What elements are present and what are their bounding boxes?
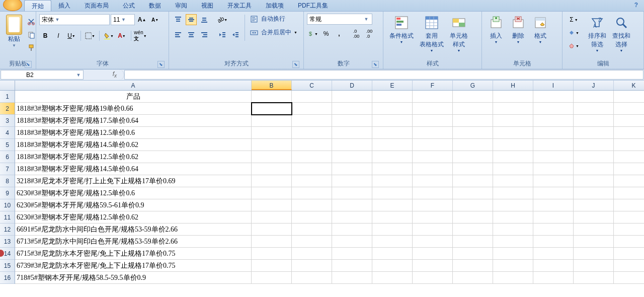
cell-C3[interactable] (292, 115, 332, 127)
cell-B7[interactable] (252, 163, 292, 175)
cell-K1[interactable] (614, 91, 644, 103)
cell-K13[interactable] (614, 236, 644, 248)
cell-J2[interactable] (574, 103, 614, 115)
cut-button[interactable] (26, 16, 37, 27)
cell-H16[interactable] (493, 272, 533, 284)
cell-D11[interactable] (332, 211, 372, 224)
cell-E3[interactable] (372, 115, 413, 127)
cell-D1[interactable] (332, 91, 372, 103)
cell-G11[interactable] (453, 211, 493, 224)
cell-A11[interactable]: 6230#3#塑钢本牙密尾/规格12.5单价0.62 (15, 211, 252, 224)
cell-G5[interactable] (453, 139, 493, 151)
insert-cells-button[interactable]: 插入▼ (485, 14, 507, 45)
cell-C9[interactable] (292, 187, 332, 199)
orientation-button[interactable]: ab▼ (217, 14, 228, 25)
cell-F12[interactable] (413, 224, 453, 236)
cell-G16[interactable] (453, 272, 493, 284)
cell-H11[interactable] (493, 211, 533, 224)
cell-B13[interactable] (252, 236, 292, 248)
cell-I11[interactable] (533, 211, 574, 224)
tab-8[interactable]: 加载项 (259, 0, 291, 11)
cell-H4[interactable] (493, 127, 533, 139)
tab-9[interactable]: PDF工具集 (291, 0, 335, 11)
cell-E6[interactable] (372, 151, 413, 163)
name-box[interactable]: B2 ▼ (1, 70, 84, 80)
cell-C4[interactable] (292, 127, 332, 139)
cell-G6[interactable] (453, 151, 493, 163)
clear-button[interactable]: ▼ (566, 40, 582, 51)
align-middle-button[interactable] (186, 14, 197, 25)
cell-G15[interactable] (453, 260, 493, 272)
cell-K4[interactable] (614, 127, 644, 139)
cell-H6[interactable] (493, 151, 533, 163)
row-header-3[interactable]: 3 (0, 115, 15, 127)
select-all-corner[interactable] (0, 81, 15, 91)
cell-G12[interactable] (453, 224, 493, 236)
find-select-button[interactable]: 查找和 选择▼ (609, 14, 633, 53)
cell-K12[interactable] (614, 224, 644, 236)
cell-F14[interactable] (413, 248, 453, 260)
cell-A16[interactable]: 718#5#塑钢本牙开尾/规格58.5-59.5单价0.9 (15, 272, 252, 284)
cell-C16[interactable] (292, 272, 332, 284)
cell-J13[interactable] (574, 236, 614, 248)
copy-button[interactable] (26, 29, 37, 40)
fill-button[interactable]: ▼ (566, 27, 582, 38)
percent-button[interactable]: % (320, 28, 332, 39)
tab-3[interactable]: 公式 (116, 0, 142, 11)
cell-J12[interactable] (574, 224, 614, 236)
phonetic-button[interactable]: wén文▼ (135, 30, 146, 41)
align-right-button[interactable] (199, 29, 210, 40)
cell-F3[interactable] (413, 115, 453, 127)
cell-J15[interactable] (574, 260, 614, 272)
cell-H5[interactable] (493, 139, 533, 151)
office-button[interactable] (3, 0, 22, 11)
cell-E1[interactable] (372, 91, 413, 103)
cell-C6[interactable] (292, 151, 332, 163)
tab-7[interactable]: 开发工具 (220, 0, 259, 11)
cell-H15[interactable] (493, 260, 533, 272)
align-top-button[interactable] (173, 14, 184, 25)
row-header-2[interactable]: 2 (0, 103, 15, 115)
cell-F15[interactable] (413, 260, 453, 272)
help-icon[interactable]: ? (634, 2, 638, 9)
cell-I5[interactable] (533, 139, 574, 151)
row-header-8[interactable]: 8 (0, 175, 15, 187)
merge-center-button[interactable]: 合并后居中 ▼ (248, 27, 299, 38)
cell-D13[interactable] (332, 236, 372, 248)
row-header-10[interactable]: 10 (0, 199, 15, 211)
row-header-12[interactable]: 12 (0, 224, 15, 236)
cell-B4[interactable] (252, 127, 292, 139)
cell-J11[interactable] (574, 211, 614, 224)
cell-I1[interactable] (533, 91, 574, 103)
italic-button[interactable]: I (53, 30, 64, 41)
cell-D15[interactable] (332, 260, 372, 272)
cells-area[interactable]: 产品1818#3#塑钢本牙密尾/规格19单价0.661818#3#塑钢本牙密尾/… (15, 91, 644, 297)
cell-A8[interactable]: 3218#3#尼龙本牙密尾/打上止免下止规格17单价0.69 (15, 175, 252, 187)
cell-I12[interactable] (533, 224, 574, 236)
column-header-G[interactable]: G (453, 81, 493, 90)
decrease-decimal-button[interactable]: .00.0 (364, 28, 375, 39)
cell-F11[interactable] (413, 211, 453, 224)
cell-H12[interactable] (493, 224, 533, 236)
cell-D9[interactable] (332, 187, 372, 199)
underline-button[interactable]: U▼ (66, 30, 77, 41)
row-header-1[interactable]: 1 (0, 91, 15, 103)
row-header-7[interactable]: 7 (0, 163, 15, 175)
border-button[interactable]: ▼ (85, 30, 96, 41)
cell-K10[interactable] (614, 199, 644, 211)
cell-B10[interactable] (252, 199, 292, 211)
cell-F6[interactable] (413, 151, 453, 163)
cell-H8[interactable] (493, 175, 533, 187)
cell-E14[interactable] (372, 248, 413, 260)
cell-G7[interactable] (453, 163, 493, 175)
cell-F4[interactable] (413, 127, 453, 139)
cell-E12[interactable] (372, 224, 413, 236)
cell-C15[interactable] (292, 260, 332, 272)
row-header-4[interactable]: 4 (0, 127, 15, 139)
row-header-6[interactable]: 6 (0, 151, 15, 163)
cell-D7[interactable] (332, 163, 372, 175)
cell-D12[interactable] (332, 224, 372, 236)
cell-J4[interactable] (574, 127, 614, 139)
increase-indent-button[interactable] (230, 29, 241, 40)
cell-I3[interactable] (533, 115, 574, 127)
